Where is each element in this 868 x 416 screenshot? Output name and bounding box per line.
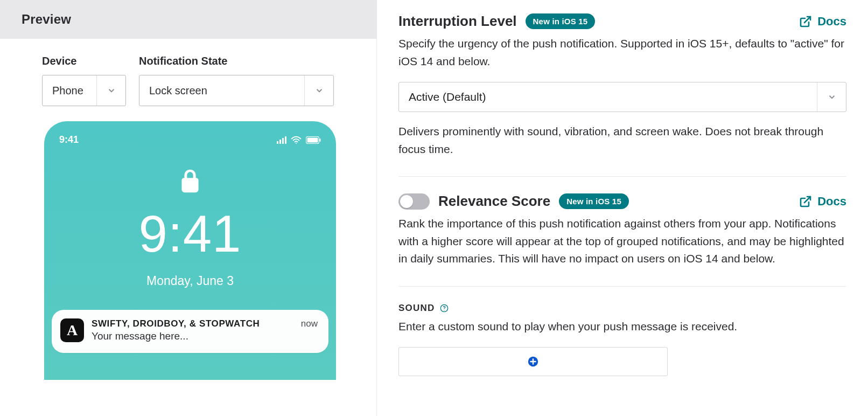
new-badge: New in iOS 15 [526, 13, 596, 29]
chevron-down-icon [304, 75, 333, 106]
chevron-down-icon [817, 82, 846, 112]
relevance-section: Relevance Score New in iOS 15 Docs Rank … [398, 193, 846, 287]
notification-time: now [301, 318, 318, 329]
lock-icon-wrap [44, 169, 336, 195]
notification-title: SWIFTY, DROIDBOY, & STOPWATCH [92, 318, 260, 329]
relevance-toggle[interactable] [398, 193, 430, 210]
help-icon[interactable] [440, 304, 449, 313]
status-time: 9:41 [59, 134, 79, 145]
preview-panel: Preview Device Phone Notification State … [0, 0, 377, 416]
sound-section: SOUND Enter a custom sound to play when … [398, 303, 846, 377]
docs-label: Docs [817, 15, 846, 29]
svg-point-7 [444, 309, 445, 310]
state-control: Notification State Lock screen [139, 55, 334, 106]
interruption-header: Interruption Level New in iOS 15 Docs [398, 13, 846, 30]
device-label: Device [42, 55, 126, 67]
preview-body: Device Phone Notification State Lock scr… [0, 39, 376, 380]
plus-circle-icon [527, 356, 539, 368]
interruption-select-value: Active (Default) [399, 91, 817, 103]
docs-link[interactable]: Docs [799, 15, 846, 29]
add-sound-button[interactable] [398, 347, 668, 376]
preview-controls: Device Phone Notification State Lock scr… [42, 55, 376, 106]
status-bar: 9:41 [44, 134, 336, 145]
svg-rect-2 [307, 137, 318, 142]
external-link-icon [799, 15, 812, 28]
lockscreen-time: 9:41 [44, 208, 336, 260]
svg-line-4 [804, 17, 810, 23]
interruption-sub-description: Delivers prominently with sound, vibrati… [398, 123, 846, 158]
notification-card: A SWIFTY, DROIDBOY, & STOPWATCH now Your… [52, 310, 328, 353]
interruption-section: Interruption Level New in iOS 15 Docs Sp… [398, 13, 846, 177]
notification-body: SWIFTY, DROIDBOY, & STOPWATCH now Your m… [92, 318, 318, 342]
chevron-down-icon [96, 75, 125, 106]
device-control: Device Phone [42, 55, 126, 106]
app-icon: A [60, 318, 84, 342]
docs-label: Docs [817, 195, 846, 209]
new-badge: New in iOS 15 [559, 193, 629, 209]
state-select-value: Lock screen [139, 85, 304, 97]
device-select[interactable]: Phone [42, 75, 126, 106]
lockscreen-date: Monday, June 3 [44, 274, 336, 288]
external-link-icon [799, 195, 812, 208]
sound-header: SOUND [398, 303, 846, 314]
status-icons [277, 136, 321, 144]
signal-icon [277, 136, 286, 144]
preview-header: Preview [0, 0, 376, 39]
relevance-description: Rank the importance of this push notific… [398, 215, 846, 268]
state-select[interactable]: Lock screen [139, 75, 334, 106]
state-label: Notification State [139, 55, 334, 67]
phone-preview: 9:41 9:41 M [44, 121, 336, 380]
sound-title: SOUND [398, 303, 435, 314]
interruption-select[interactable]: Active (Default) [398, 82, 846, 112]
settings-panel: Interruption Level New in iOS 15 Docs Sp… [377, 0, 868, 416]
battery-icon [306, 136, 321, 144]
sound-description: Enter a custom sound to play when your p… [398, 318, 846, 336]
interruption-title: Interruption Level [398, 13, 517, 30]
device-select-value: Phone [43, 85, 96, 97]
svg-line-5 [804, 197, 810, 203]
relevance-header: Relevance Score New in iOS 15 Docs [398, 193, 846, 210]
svg-rect-3 [320, 138, 321, 142]
docs-link[interactable]: Docs [799, 195, 846, 209]
wifi-icon [291, 136, 302, 144]
relevance-title: Relevance Score [438, 193, 550, 210]
lock-icon [181, 169, 199, 193]
preview-title: Preview [22, 12, 355, 27]
notification-message: Your message here... [92, 330, 318, 342]
interruption-description: Specify the urgency of the push notifica… [398, 35, 846, 70]
svg-point-0 [296, 142, 297, 143]
